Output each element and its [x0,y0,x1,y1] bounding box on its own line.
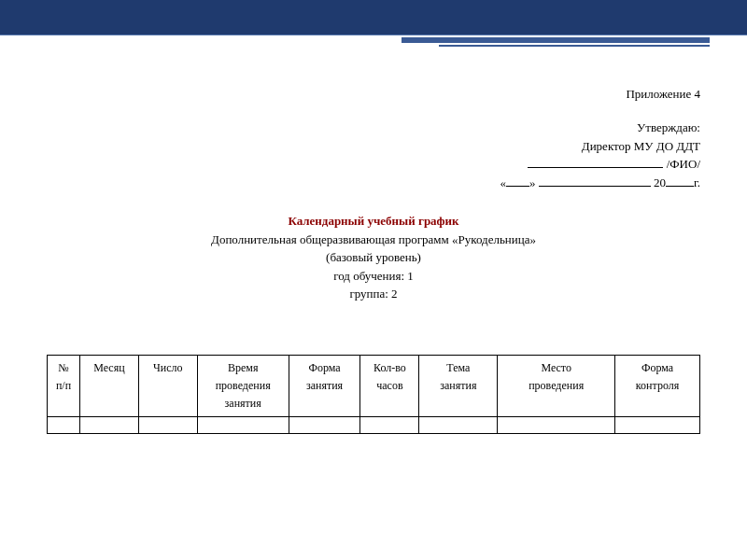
h1l1: Месяц [93,361,124,374]
cell [615,417,700,434]
h0l1: № [58,361,68,374]
cell [498,417,615,434]
document-content: Приложение 4 Утверждаю: Директор МУ ДО Д… [0,35,747,434]
h8l2: контроля [636,379,679,392]
cell [419,417,498,434]
h4l1: Форма [308,361,340,374]
h5l1: Кол-во [374,361,406,374]
title-year: год обучения: 1 [47,267,700,286]
col-control: Форма контроля [615,355,700,417]
cell [360,417,419,434]
signature-line: /ФИО/ [47,155,700,174]
attachment-label: Приложение 4 [47,87,700,102]
h7l1: Место [541,361,571,374]
accent-bar-1 [402,37,710,43]
title-main: Календарный учебный график [47,212,700,231]
accent-bar-2 [439,45,710,47]
h8l1: Форма [641,361,673,374]
approval-block: Утверждаю: Директор МУ ДО ДДТ /ФИО/ «» 2… [47,119,700,191]
date-mid: » [529,175,539,189]
year-suffix: г. [694,175,700,189]
col-month: Месяц [79,355,138,417]
col-form: Форма занятия [289,355,360,417]
col-hours: Кол-во часов [360,355,419,417]
schedule-table: № п/п Месяц Число Время проведения занят… [47,355,700,435]
h7l2: проведения [529,379,584,392]
h3l2: проведения [216,379,271,392]
col-day: Число [138,355,197,417]
cell [48,417,80,434]
director-line: Директор МУ ДО ДДТ [47,137,700,156]
col-time: Время проведения занятия [197,355,289,417]
table-header-row: № п/п Месяц Число Время проведения занят… [48,355,700,417]
year-prefix: 20 [651,175,666,189]
cell [138,417,197,434]
h6l1: Тема [446,361,470,374]
date-line: «» 20г. [47,174,700,192]
h0l2: п/п [56,379,71,392]
col-topic: Тема занятия [419,355,498,417]
h3l3: занятия [225,397,261,410]
title-program: Дополнительная общеразвивающая программ … [47,231,700,249]
h2l1: Число [153,361,183,374]
cell [289,417,360,434]
cell [197,417,289,434]
h5l2: часов [376,379,402,392]
h6l2: занятия [440,379,476,392]
h3l1: Время [228,361,258,374]
title-block: Календарный учебный график Дополнительна… [47,212,700,303]
col-place: Место проведения [498,355,615,417]
col-num: № п/п [48,355,80,417]
h4l2: занятия [306,379,343,392]
top-banner [0,0,747,35]
table-row [48,417,700,434]
cell [79,417,138,434]
title-group: группа: 2 [47,285,700,303]
fio-suffix: /ФИО/ [663,157,700,171]
approve-line: Утверждаю: [47,119,700,137]
title-level: (базовый уровень) [47,248,700,267]
